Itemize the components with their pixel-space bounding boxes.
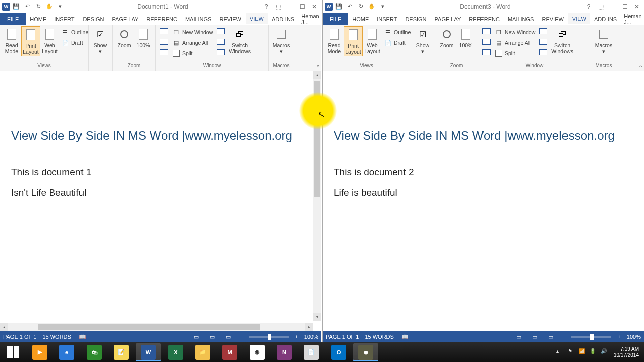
tray-flag-icon[interactable]: ⚑ (568, 348, 576, 356)
macros-button[interactable]: Macros▾ (271, 26, 292, 55)
close-button[interactable]: ✕ (631, 2, 643, 12)
zoom-in-button[interactable]: + (295, 334, 298, 340)
tab-addins[interactable]: ADD-INS (268, 13, 298, 25)
tray-volume-icon[interactable]: 🔊 (601, 348, 609, 356)
touch-mode-icon[interactable]: ✋ (44, 2, 54, 12)
draft-button[interactable]: 📄Draft (383, 38, 412, 48)
tray-battery-icon[interactable]: 🔋 (590, 348, 598, 356)
new-window-button[interactable]: ❐New Window (494, 27, 536, 37)
maximize-button[interactable]: ☐ (296, 2, 308, 12)
tab-design[interactable]: DESIGN (78, 13, 108, 25)
document-area[interactable]: View Side By Side IN MS Word |www.myeles… (323, 71, 644, 331)
show-button[interactable]: ☑Show▾ (91, 26, 110, 55)
show-button[interactable]: ☑Show▾ (413, 26, 432, 55)
outline-button[interactable]: ☰Outline (383, 27, 412, 37)
taskbar-ie[interactable]: e (54, 343, 79, 361)
web-layout-view-icon[interactable]: ▭ (546, 333, 556, 341)
user-menu[interactable]: Heman J...▾ (621, 13, 644, 25)
switch-windows-button[interactable]: 🗗Switch Windows (549, 26, 575, 55)
zoom-button[interactable]: Zoom (115, 26, 134, 49)
split-button[interactable]: Split (494, 48, 536, 58)
taskbar-excel[interactable]: X (163, 343, 188, 361)
qat-more-icon[interactable]: ▾ (378, 2, 388, 12)
small-icon-button[interactable] (159, 37, 169, 47)
tab-file[interactable]: FILE (323, 13, 348, 25)
help-button[interactable]: ? (260, 2, 272, 12)
split-button[interactable]: Split (171, 48, 214, 58)
taskbar-word[interactable]: W (136, 343, 161, 361)
new-window-button[interactable]: ❐New Window (171, 27, 214, 37)
side-by-side-icon[interactable] (538, 26, 548, 36)
word-count[interactable]: 15 WORDS (365, 334, 393, 340)
sync-scroll-icon[interactable] (216, 37, 226, 47)
taskbar-media-player[interactable]: ▶ (27, 343, 52, 361)
redo-icon[interactable]: ↻ (33, 2, 43, 12)
tab-insert[interactable]: INSERT (50, 13, 78, 25)
taskbar-camtasia[interactable]: ⏺ (353, 343, 378, 361)
tab-mailings[interactable]: MAILINGS (181, 13, 216, 25)
read-mode-view-icon[interactable]: ▭ (191, 333, 201, 341)
tab-mailings[interactable]: MAILINGS (504, 13, 538, 25)
zoom-slider[interactable] (249, 336, 289, 338)
tab-pagelayout[interactable]: PAGE LAY (108, 13, 143, 25)
maximize-button[interactable]: ☐ (619, 2, 631, 12)
small-icon-button[interactable] (159, 26, 169, 36)
web-layout-button[interactable]: Web Layout (363, 26, 382, 55)
outline-button[interactable]: ☰Outline (60, 27, 89, 37)
help-button[interactable]: ? (583, 2, 595, 12)
hundred-percent-button[interactable]: 100% (456, 26, 475, 49)
reset-pos-icon[interactable] (216, 47, 226, 57)
zoom-level[interactable]: 100% (304, 334, 318, 340)
ribbon-display-button[interactable]: ⬚ (595, 2, 607, 12)
document-area[interactable]: View Side By Side IN MS Word |www.myeles… (0, 71, 321, 331)
tab-pagelayout[interactable]: PAGE LAY (431, 13, 465, 25)
page-status[interactable]: PAGE 1 OF 1 (326, 334, 359, 340)
read-mode-view-icon[interactable]: ▭ (514, 333, 524, 341)
tab-addins[interactable]: ADD-INS (590, 13, 621, 25)
tab-review[interactable]: REVIEW (215, 13, 245, 25)
read-mode-button[interactable]: Read Mode (325, 26, 344, 55)
qat-more-icon[interactable]: ▾ (55, 2, 65, 12)
touch-mode-icon[interactable]: ✋ (367, 2, 377, 12)
tab-view[interactable]: VIEW (246, 13, 268, 25)
start-button[interactable] (1, 343, 25, 361)
print-layout-view-icon[interactable]: ▭ (530, 333, 540, 341)
zoom-level[interactable]: 100% (627, 334, 641, 340)
word-count[interactable]: 15 WORDS (42, 334, 71, 340)
web-layout-view-icon[interactable]: ▭ (223, 333, 233, 341)
reset-pos-icon[interactable] (538, 47, 548, 57)
save-icon[interactable]: 💾 (11, 2, 21, 12)
switch-windows-button[interactable]: 🗗Switch Windows (227, 26, 253, 55)
undo-icon[interactable]: ↶ (345, 2, 355, 12)
tab-home[interactable]: HOME (26, 13, 50, 25)
horizontal-scrollbar[interactable]: ◂▸ (0, 323, 313, 331)
tab-view[interactable]: VIEW (568, 13, 590, 25)
clock[interactable]: 7:19 AM 10/17/2014 (612, 346, 641, 358)
spellcheck-icon[interactable]: 📖 (400, 333, 410, 341)
close-button[interactable]: ✕ (308, 2, 320, 12)
taskbar-chrome[interactable]: ◉ (245, 343, 270, 361)
taskbar-notes[interactable]: 📝 (109, 343, 134, 361)
macros-button[interactable]: Macros▾ (593, 26, 614, 55)
print-layout-view-icon[interactable]: ▭ (207, 333, 217, 341)
side-by-side-icon[interactable] (216, 26, 226, 36)
taskbar-access[interactable]: M (217, 343, 243, 361)
minimize-button[interactable]: — (284, 2, 296, 12)
zoom-in-button[interactable]: + (617, 334, 620, 340)
tab-home[interactable]: HOME (348, 13, 373, 25)
arrange-all-button[interactable]: ▤Arrange All (494, 38, 536, 48)
taskbar-onenote[interactable]: N (272, 343, 297, 361)
tab-references[interactable]: REFERENC (465, 13, 504, 25)
taskbar-store[interactable]: 🛍 (82, 343, 107, 361)
collapse-ribbon-icon[interactable]: ^ (317, 64, 319, 70)
sync-scroll-icon[interactable] (538, 37, 548, 47)
tray-up-icon[interactable]: ▴ (556, 348, 565, 356)
tray-network-icon[interactable]: 📶 (579, 348, 587, 356)
draft-button[interactable]: 📄Draft (60, 38, 89, 48)
taskbar-notepad[interactable]: 📄 (299, 343, 324, 361)
tab-references[interactable]: REFERENC (142, 13, 181, 25)
save-icon[interactable]: 💾 (334, 2, 344, 12)
small-icon-button[interactable] (481, 37, 492, 47)
taskbar-explorer[interactable]: 📁 (190, 343, 215, 361)
zoom-button[interactable]: Zoom (437, 26, 456, 49)
